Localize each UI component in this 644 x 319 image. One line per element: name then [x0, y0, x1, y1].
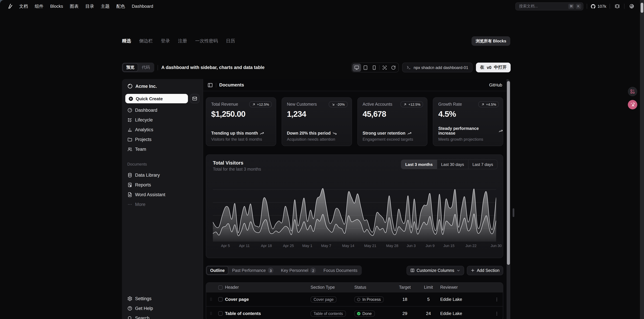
cell-target[interactable]: 29 [393, 311, 417, 316]
row-drag-handle[interactable] [206, 297, 216, 302]
tablet-view-button[interactable] [361, 63, 370, 71]
view-mode-预览[interactable]: 预览 [122, 63, 138, 72]
add-section-button[interactable]: Add Section [467, 266, 503, 275]
view-mode-代码[interactable]: 代码 [138, 63, 154, 72]
section-type-badge: Table of contents [310, 311, 346, 317]
sidebar-item-lifecycle[interactable]: Lifecycle [125, 115, 200, 125]
top-nav-link-目录[interactable]: 目录 [86, 3, 94, 9]
top-nav-link-Blocks[interactable]: Blocks [50, 4, 63, 9]
org-switcher[interactable]: Acme Inc. [125, 81, 200, 91]
top-nav-link-主题[interactable]: 主题 [101, 3, 110, 9]
sidebar-item-data-library[interactable]: Data Library [125, 170, 200, 180]
range-last-30-days[interactable]: Last 30 days [437, 160, 468, 169]
search-input[interactable]: 搜索文档... ⌘ K [515, 2, 583, 10]
table-row: Cover pageCover pageIn Process185Eddie L… [206, 292, 503, 306]
table-tab-outline[interactable]: Outline [206, 266, 228, 275]
sidebar-item-get-help[interactable]: Get Help [125, 304, 200, 313]
sidebar-item-projects[interactable]: Projects [125, 135, 200, 144]
sidebar-item-search[interactable]: Search [125, 313, 200, 319]
browse-all-blocks-button[interactable]: 浏览所有 Blocks [472, 36, 510, 46]
row-menu-button[interactable] [491, 297, 503, 302]
select-all-checkbox[interactable] [218, 285, 222, 290]
top-nav-link-文档[interactable]: 文档 [19, 3, 28, 9]
sidebar-item-dashboard[interactable]: Dashboard [125, 105, 200, 115]
extension-grid-button[interactable] [628, 87, 637, 96]
inbox-button[interactable] [190, 94, 200, 103]
quick-create-button[interactable]: Quick Create [125, 94, 188, 103]
cell-status: Done [354, 311, 393, 317]
trend-badge: +12.5% [401, 101, 423, 107]
github-stars-link[interactable]: 107k [590, 3, 606, 9]
preview-scrollbar-track[interactable] [506, 79, 510, 319]
mobile-view-button[interactable] [370, 63, 378, 71]
settings-icon [127, 296, 132, 301]
github-star-count: 107k [598, 4, 606, 8]
cell-section-type: Cover page [310, 296, 354, 302]
top-nav-link-组件[interactable]: 组件 [35, 3, 44, 9]
cell-header[interactable]: Table of contents [225, 311, 310, 316]
stat-card-subtext: Engagement exceed targets [362, 137, 413, 142]
preview-scrollbar-thumb[interactable] [507, 81, 510, 265]
cell-section-type: Table of contents [310, 311, 354, 317]
cell-reviewer[interactable]: Eddie Lake [440, 297, 491, 302]
columns-icon [410, 268, 414, 273]
sidebar-item-more[interactable]: More [125, 200, 200, 209]
customize-columns-button[interactable]: Customize Columns [406, 266, 464, 275]
block-tab-注册[interactable]: 注册 [178, 38, 187, 44]
cell-limit[interactable]: 5 [417, 297, 440, 302]
dots-icon [127, 202, 132, 207]
block-tab-侧边栏[interactable]: 侧边栏 [139, 38, 153, 44]
page-scrollbar-thumb[interactable] [641, 3, 643, 13]
block-tab-日历[interactable]: 日历 [226, 38, 235, 44]
shadcn-logo-icon[interactable] [7, 3, 12, 9]
folder-icon [127, 137, 132, 142]
row-drag-handle[interactable] [206, 311, 216, 316]
range-last-7-days[interactable]: Last 7 days [468, 160, 497, 169]
layout-toggle-button[interactable] [613, 2, 621, 10]
open-in-v0-button[interactable]: 在 v0 中打开 [476, 63, 510, 72]
block-tab-精选[interactable]: 精选 [122, 38, 131, 44]
refresh-button[interactable] [389, 63, 398, 71]
v0-prefix: 在 [480, 65, 484, 70]
top-nav-links: 文档组件Blocks图表目录主题配色Dashboard [19, 3, 153, 9]
refresh-icon [391, 65, 396, 70]
sidebar-item-reports[interactable]: Reports [125, 180, 200, 190]
table-actions: Customize Columns Add Section [406, 266, 503, 275]
table-tab-focus-documents[interactable]: Focus Documents [320, 266, 361, 275]
table-tab-past-performance[interactable]: Past Performance3 [228, 266, 277, 275]
dots-vertical-icon [494, 297, 499, 302]
theme-toggle-button[interactable] [628, 2, 635, 10]
block-tab-登录[interactable]: 登录 [161, 38, 170, 44]
sidebar-item-analytics[interactable]: Analytics [125, 125, 200, 135]
fullscreen-button[interactable] [380, 63, 389, 71]
panel-left-icon[interactable] [208, 82, 213, 88]
cell-reviewer[interactable]: Eddie Lake [440, 311, 491, 316]
block-tab-一次性密码[interactable]: 一次性密码 [195, 38, 218, 44]
row-checkbox[interactable] [218, 311, 222, 316]
page-scrollbar-track[interactable] [640, 0, 644, 319]
github-link[interactable]: GitHub [489, 83, 502, 87]
row-menu-button[interactable] [491, 311, 503, 316]
top-nav-link-图表[interactable]: 图表 [70, 3, 79, 9]
trend-badge: +4.5% [478, 101, 499, 107]
cell-limit[interactable]: 24 [417, 311, 440, 316]
top-nav-link-配色[interactable]: 配色 [116, 3, 125, 9]
divider [216, 83, 216, 87]
top-nav-link-Dashboard[interactable]: Dashboard [132, 4, 153, 9]
layout-icon [614, 4, 620, 9]
sidebar-item-settings[interactable]: Settings [125, 294, 200, 304]
github-icon [590, 3, 596, 9]
cell-header[interactable]: Cover page [225, 297, 310, 302]
extension-translate-button[interactable] [628, 100, 637, 109]
sidebar-item-team[interactable]: Team [125, 144, 200, 154]
x-tick: Jun 30 [490, 244, 502, 248]
table-tab-key-personnel[interactable]: Key Personnel2 [277, 266, 320, 275]
install-command[interactable]: npx shadcn add dashboard-01 [402, 63, 472, 72]
desktop-view-button[interactable] [352, 63, 361, 71]
trend-badge-value: +12.5% [257, 102, 269, 106]
sidebar-item-word-assistant[interactable]: Word Assistant [125, 190, 200, 200]
cell-target[interactable]: 18 [393, 297, 417, 302]
row-checkbox[interactable] [218, 297, 222, 302]
preview-resize-handle[interactable] [513, 208, 514, 217]
range-last-3-months[interactable]: Last 3 months [401, 160, 437, 169]
